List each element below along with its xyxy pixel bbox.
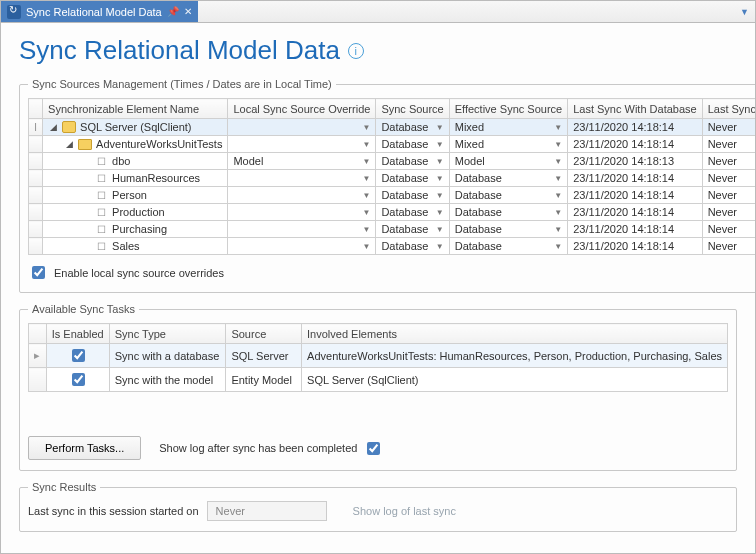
task-enabled-checkbox[interactable] <box>72 349 85 362</box>
chevron-down-icon: ▼ <box>362 225 370 234</box>
row-selector[interactable] <box>29 221 43 238</box>
column-header[interactable]: Source <box>226 324 302 344</box>
effective-dropdown[interactable]: Database▼ <box>455 206 562 218</box>
row-selector[interactable]: I <box>29 119 43 136</box>
row-header <box>29 99 43 119</box>
override-dropdown[interactable]: ▼ <box>233 208 370 217</box>
sources-row[interactable]: I ◢SQL Server (SqlClient) ▼ Database▼ Mi… <box>29 119 757 136</box>
enable-override-checkbox[interactable] <box>32 266 45 279</box>
last-sync-model: Never <box>702 238 756 255</box>
sources-row[interactable]: ☐Purchasing ▼ Database▼ Database▼ 23/11/… <box>29 221 757 238</box>
chevron-down-icon: ▼ <box>554 208 562 217</box>
sources-grid[interactable]: Synchronizable Element NameLocal Sync So… <box>28 98 756 255</box>
column-header[interactable]: Local Sync Source Override <box>228 99 376 119</box>
sync-source-dropdown[interactable]: Database▼ <box>381 172 443 184</box>
window-tab[interactable]: Sync Relational Model Data 📌 ✕ <box>1 1 198 22</box>
row-selector[interactable] <box>29 136 43 153</box>
sync-source-dropdown[interactable]: Database▼ <box>381 138 443 150</box>
effective-dropdown[interactable]: Database▼ <box>455 189 562 201</box>
chevron-down-icon: ▼ <box>554 225 562 234</box>
task-elements: AdventureWorksUnitTests: HumanResources,… <box>302 344 728 368</box>
perform-tasks-button[interactable]: Perform Tasks... <box>28 436 141 460</box>
expander-icon[interactable]: ◢ <box>48 122 58 132</box>
column-header[interactable]: Is Enabled <box>46 324 109 344</box>
sync-source-dropdown[interactable]: Database▼ <box>381 240 443 252</box>
column-header[interactable]: Sync Source <box>376 99 449 119</box>
sync-source-dropdown[interactable]: Database▼ <box>381 121 443 133</box>
task-enabled-checkbox[interactable] <box>72 373 85 386</box>
sources-row[interactable]: ☐Production ▼ Database▼ Database▼ 23/11/… <box>29 204 757 221</box>
sources-row[interactable]: ☐Sales ▼ Database▼ Database▼ 23/11/2020 … <box>29 238 757 255</box>
element-name: Sales <box>112 240 140 252</box>
column-header[interactable]: Effective Sync Source <box>449 99 567 119</box>
chevron-down-icon: ▼ <box>554 174 562 183</box>
database-icon <box>62 121 76 133</box>
expander-icon[interactable]: ◢ <box>64 139 74 149</box>
tasks-legend: Available Sync Tasks <box>28 303 139 315</box>
show-last-log-button[interactable]: Show log of last sync <box>353 505 456 517</box>
sync-source-dropdown[interactable]: Database▼ <box>381 206 443 218</box>
sync-source-dropdown[interactable]: Database▼ <box>381 223 443 235</box>
element-name: dbo <box>112 155 130 167</box>
column-header[interactable]: Last Sync With Database <box>568 99 703 119</box>
task-source: Entity Model <box>226 368 302 392</box>
column-header[interactable]: Sync Type <box>109 324 226 344</box>
effective-dropdown[interactable]: Mixed▼ <box>455 121 562 133</box>
element-name: AdventureWorksUnitTests <box>96 138 222 150</box>
enable-override-label: Enable local sync source overrides <box>54 267 224 279</box>
sync-source-dropdown[interactable]: Database▼ <box>381 189 443 201</box>
chevron-down-icon: ▼ <box>436 191 444 200</box>
element-name: Purchasing <box>112 223 167 235</box>
column-header[interactable]: Last Sync With Model <box>702 99 756 119</box>
row-selector[interactable]: ▸ <box>29 344 47 368</box>
sources-row[interactable]: ☐Person ▼ Database▼ Database▼ 23/11/2020… <box>29 187 757 204</box>
chevron-down-icon: ▼ <box>554 157 562 166</box>
chevron-down-icon: ▼ <box>554 191 562 200</box>
sync-icon <box>7 5 21 19</box>
tasks-grid[interactable]: Is EnabledSync TypeSourceInvolved Elemen… <box>28 323 728 392</box>
element-name: SQL Server (SqlClient) <box>80 121 191 133</box>
effective-dropdown[interactable]: Mixed▼ <box>455 138 562 150</box>
effective-dropdown[interactable]: Database▼ <box>455 172 562 184</box>
row-selector[interactable] <box>29 368 47 392</box>
sources-row[interactable]: ☐dbo Model▼ Database▼ Model▼ 23/11/2020 … <box>29 153 757 170</box>
last-sync-db: 23/11/2020 14:18:14 <box>568 187 703 204</box>
row-selector[interactable] <box>29 204 43 221</box>
page-title: Sync Relational Model Data <box>19 35 340 66</box>
row-selector[interactable] <box>29 153 43 170</box>
row-selector[interactable] <box>29 238 43 255</box>
override-dropdown[interactable]: ▼ <box>233 225 370 234</box>
override-dropdown[interactable]: ▼ <box>233 140 370 149</box>
override-dropdown[interactable]: ▼ <box>233 191 370 200</box>
chevron-down-icon: ▼ <box>362 242 370 251</box>
override-dropdown[interactable]: Model▼ <box>233 155 370 167</box>
task-row[interactable]: Sync with the model Entity Model SQL Ser… <box>29 368 728 392</box>
effective-dropdown[interactable]: Database▼ <box>455 240 562 252</box>
effective-dropdown[interactable]: Model▼ <box>455 155 562 167</box>
override-dropdown[interactable]: ▼ <box>233 174 370 183</box>
sync-source-dropdown[interactable]: Database▼ <box>381 155 443 167</box>
column-header[interactable]: Synchronizable Element Name <box>43 99 228 119</box>
column-header[interactable]: Involved Elements <box>302 324 728 344</box>
schema-icon: ☐ <box>94 173 108 183</box>
override-dropdown[interactable]: ▼ <box>233 123 370 132</box>
task-type: Sync with the model <box>109 368 226 392</box>
last-sync-value: Never <box>207 501 327 521</box>
task-row[interactable]: ▸ Sync with a database SQL Server Advent… <box>29 344 728 368</box>
task-elements: SQL Server (SqlClient) <box>302 368 728 392</box>
show-log-checkbox[interactable] <box>367 442 380 455</box>
close-icon[interactable]: ✕ <box>184 6 192 17</box>
sources-row[interactable]: ☐HumanResources ▼ Database▼ Database▼ 23… <box>29 170 757 187</box>
row-selector[interactable] <box>29 170 43 187</box>
effective-dropdown[interactable]: Database▼ <box>455 223 562 235</box>
sources-row[interactable]: ◢AdventureWorksUnitTests ▼ Database▼ Mix… <box>29 136 757 153</box>
info-icon[interactable]: i <box>348 43 364 59</box>
row-selector[interactable] <box>29 187 43 204</box>
sources-header-row: Synchronizable Element NameLocal Sync So… <box>29 99 757 119</box>
chevron-down-icon: ▼ <box>362 208 370 217</box>
schema-icon: ☐ <box>94 207 108 217</box>
chevron-down-icon: ▼ <box>436 123 444 132</box>
tabbar-menu[interactable]: ▼ <box>740 1 755 22</box>
pin-icon[interactable]: 📌 <box>167 6 179 17</box>
override-dropdown[interactable]: ▼ <box>233 242 370 251</box>
